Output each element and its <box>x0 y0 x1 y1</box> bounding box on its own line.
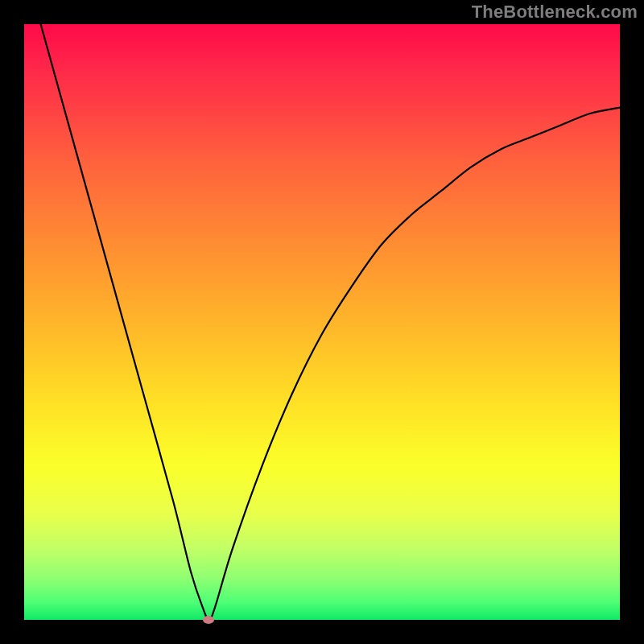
minimum-marker <box>203 616 214 624</box>
chart-frame: TheBottleneck.com <box>0 0 644 644</box>
curve-svg <box>24 24 620 620</box>
watermark-text: TheBottleneck.com <box>472 2 638 23</box>
plot-area <box>24 24 620 620</box>
bottleneck-curve <box>24 24 620 620</box>
